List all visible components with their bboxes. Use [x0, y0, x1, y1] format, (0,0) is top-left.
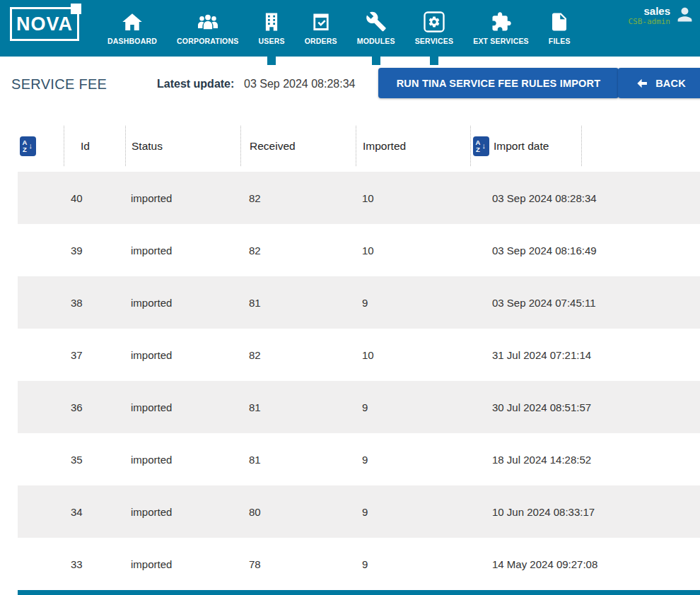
column-header-label: Imported	[363, 140, 406, 153]
submenu-marker	[372, 57, 380, 65]
nav-item-users[interactable]: USERS	[248, 0, 294, 57]
back-button[interactable]: BACK	[618, 68, 700, 98]
table-row: 35 imported 81 9 18 Jul 2024 14:28:52	[18, 433, 700, 485]
cell-imported: 9	[356, 401, 470, 413]
nova-logo[interactable]: NOVA	[10, 7, 79, 41]
nav-item-files[interactable]: FILES	[539, 0, 581, 57]
cell-imported: 9	[356, 297, 470, 309]
cell-id: 34	[64, 506, 125, 518]
nav-item-corporations[interactable]: CORPORATIONS	[167, 0, 248, 57]
column-header-status: Status	[125, 126, 240, 166]
cell-imported: 9	[356, 558, 470, 570]
nav-item-label: EXT SERVICES	[473, 37, 529, 45]
logo-flag	[71, 4, 81, 14]
gear-icon	[424, 9, 445, 34]
wrench-icon	[366, 9, 387, 34]
table-row: 40 imported 82 10 03 Sep 2024 08:28:34	[18, 172, 700, 224]
cell-received: 82	[240, 192, 356, 204]
user-info: sales CSB-admin	[628, 5, 694, 27]
sort-letter-z: Z	[21, 146, 29, 153]
cell-received: 81	[240, 454, 356, 466]
back-button-label: BACK	[655, 78, 686, 89]
cell-id: 35	[64, 454, 125, 466]
main-nav: DASHBOARD CORPORATIONS USERS ORDERS MODU…	[98, 0, 581, 57]
header-cell-sort: A Z ↓	[18, 126, 64, 166]
cell-received: 82	[240, 245, 356, 257]
nav-item-label: FILES	[549, 37, 571, 45]
cell-import-date: 03 Sep 2024 08:28:34	[470, 192, 700, 204]
cell-received: 80	[240, 506, 356, 518]
cell-imported: 9	[356, 506, 470, 518]
cell-status: imported	[125, 245, 240, 257]
import-table: A Z ↓ Id Status Received Imported A Z ↓	[18, 126, 700, 590]
column-header-empty	[581, 126, 700, 166]
user-avatar-icon[interactable]	[675, 5, 694, 27]
cell-id: 40	[64, 192, 125, 204]
cell-status: imported	[125, 297, 240, 309]
cell-id: 36	[64, 401, 125, 413]
submenu-marker	[267, 57, 276, 65]
table-footer-bar	[18, 590, 700, 595]
sort-letters: A Z	[21, 139, 29, 153]
run-import-button[interactable]: RUN TINA SERVICE FEE RULES IMPORT	[378, 68, 619, 98]
cell-status: imported	[125, 506, 240, 518]
nav-item-label: ORDERS	[305, 37, 337, 45]
cell-import-date: 30 Jul 2024 08:51:57	[470, 401, 700, 413]
cell-imported: 9	[356, 454, 470, 466]
nav-item-modules[interactable]: MODULES	[347, 0, 405, 57]
table-row: 39 imported 82 10 03 Sep 2024 08:16:49	[18, 224, 700, 276]
sort-icon[interactable]: A Z ↓	[20, 136, 36, 156]
cell-received: 81	[240, 401, 356, 413]
cell-received: 78	[240, 558, 356, 570]
cell-imported: 10	[356, 192, 470, 204]
people-icon	[197, 9, 218, 34]
nova-logo-text: NOVA	[16, 13, 73, 35]
cell-import-date: 31 Jul 2024 07:21:14	[470, 349, 700, 361]
page: { "brand": { "logo_text": "NOVA" }, "nav…	[0, 0, 700, 595]
cell-status: imported	[125, 401, 240, 413]
cell-received: 82	[240, 349, 356, 361]
cell-import-date: 18 Jul 2024 14:28:52	[470, 454, 700, 466]
table-header-row: A Z ↓ Id Status Received Imported A Z ↓	[18, 126, 700, 166]
submenu-marker	[430, 57, 438, 65]
cell-status: imported	[125, 454, 240, 466]
table-row: 33 imported 78 9 14 May 2024 09:27:08	[18, 538, 700, 590]
nav-item-label: USERS	[258, 37, 284, 45]
table-row: 34 imported 80 9 10 Jun 2024 08:33:17	[18, 485, 700, 538]
checklist-icon	[310, 9, 332, 34]
toolbar: SERVICE FEE Latest update: 03 Sep 2024 0…	[0, 68, 700, 102]
column-header-label: Import date	[494, 140, 549, 153]
table-row: 37 imported 82 10 31 Jul 2024 07:21:14	[18, 329, 700, 381]
cell-imported: 10	[356, 245, 470, 257]
sort-letter-z: Z	[474, 146, 482, 153]
cell-import-date: 03 Sep 2024 07:45:11	[470, 297, 700, 309]
nav-item-orders[interactable]: ORDERS	[295, 0, 347, 57]
sort-letters: A Z	[474, 139, 482, 153]
latest-update-value: 03 Sep 2024 08:28:34	[244, 78, 355, 90]
nav-item-label: SERVICES	[415, 37, 454, 45]
cell-status: imported	[125, 558, 240, 570]
home-icon	[122, 9, 143, 34]
table-body: 40 imported 82 10 03 Sep 2024 08:28:34 3…	[18, 172, 700, 590]
nav-item-label: DASHBOARD	[107, 37, 157, 45]
sort-icon[interactable]: A Z ↓	[473, 136, 489, 156]
puzzle-icon	[491, 9, 512, 34]
nav-item-dashboard[interactable]: DASHBOARD	[98, 0, 167, 57]
building-icon	[261, 9, 282, 34]
user-role: CSB-admin	[628, 17, 670, 27]
cell-import-date: 14 May 2024 09:27:08	[470, 558, 700, 570]
cell-received: 81	[240, 297, 356, 309]
user-name: sales	[643, 5, 670, 17]
top-nav-bar: NOVA DASHBOARD CORPORATIONS USERS ORDERS…	[0, 0, 700, 57]
cell-imported: 10	[356, 349, 470, 361]
nav-item-services[interactable]: SERVICES	[405, 0, 464, 57]
page-title: SERVICE FEE	[11, 76, 107, 93]
column-header-label: Status	[132, 140, 163, 153]
column-header-label: Received	[250, 140, 296, 153]
cell-id: 39	[64, 245, 125, 257]
user-texts: sales CSB-admin	[628, 5, 670, 27]
column-header-label: Id	[81, 140, 90, 153]
arrow-left-icon	[635, 76, 649, 90]
column-header-imported: Imported	[356, 126, 470, 166]
nav-item-ext-services[interactable]: EXT SERVICES	[463, 0, 539, 57]
